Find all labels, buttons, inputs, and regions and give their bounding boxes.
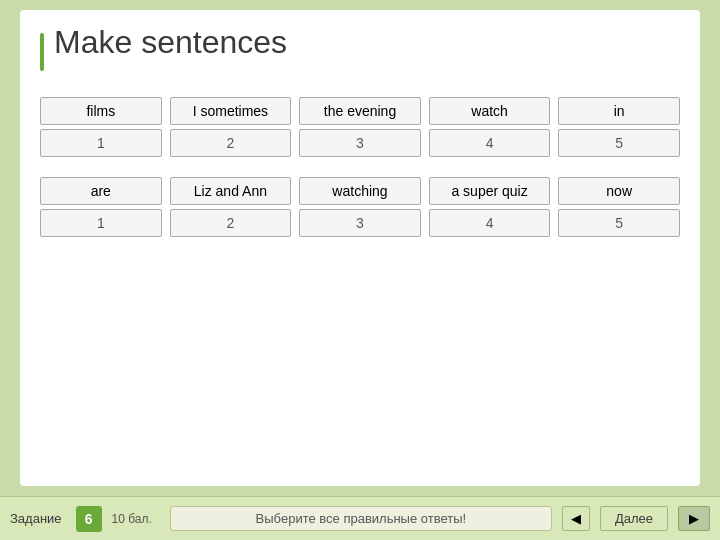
next-arrow-icon: ▶ <box>689 511 699 526</box>
prev-button[interactable]: ◀ <box>562 506 590 531</box>
sentence1-section: films I sometimes the evening watch in 1… <box>40 97 680 167</box>
title-bar <box>40 33 44 71</box>
num-box-s2-5: 5 <box>558 209 680 237</box>
num-box-s1-4: 4 <box>429 129 551 157</box>
word-box-s2-4[interactable]: a super quiz <box>429 177 551 205</box>
num-box-s1-1: 1 <box>40 129 162 157</box>
content-area: Make sentences films I sometimes the eve… <box>0 0 720 496</box>
word-box-s1-2[interactable]: I sometimes <box>170 97 292 125</box>
num-box-s2-1: 1 <box>40 209 162 237</box>
task-number-badge: 6 <box>76 506 102 532</box>
prev-arrow-icon: ◀ <box>571 511 581 526</box>
num-box-s2-3: 3 <box>299 209 421 237</box>
sentence2-section: are Liz and Ann watching a super quiz no… <box>40 177 680 247</box>
footer-bar: Задание 6 10 бал. Выберите все правильны… <box>0 496 720 540</box>
zadanie-label: Задание <box>10 511 62 526</box>
word-box-s1-4[interactable]: watch <box>429 97 551 125</box>
white-card: Make sentences films I sometimes the eve… <box>20 10 700 486</box>
word-box-s1-1[interactable]: films <box>40 97 162 125</box>
page-title: Make sentences <box>54 24 287 61</box>
footer-message: Выберите все правильные ответы! <box>170 506 552 531</box>
word-box-s2-2[interactable]: Liz and Ann <box>170 177 292 205</box>
points-label: 10 бал. <box>112 512 152 526</box>
word-box-s2-5[interactable]: now <box>558 177 680 205</box>
next-button[interactable]: ▶ <box>678 506 710 531</box>
word-box-s1-3[interactable]: the evening <box>299 97 421 125</box>
word-box-s2-3[interactable]: watching <box>299 177 421 205</box>
word-box-s2-1[interactable]: are <box>40 177 162 205</box>
num-box-s1-2: 2 <box>170 129 292 157</box>
sentence2-number-row: 1 2 3 4 5 <box>40 209 680 237</box>
num-box-s1-3: 3 <box>299 129 421 157</box>
num-box-s2-4: 4 <box>429 209 551 237</box>
main-container: Make sentences films I sometimes the eve… <box>0 0 720 540</box>
word-box-s1-5[interactable]: in <box>558 97 680 125</box>
num-box-s1-5: 5 <box>558 129 680 157</box>
dalee-button[interactable]: Далее <box>600 506 668 531</box>
sentence2-word-row: are Liz and Ann watching a super quiz no… <box>40 177 680 205</box>
sentence1-word-row: films I sometimes the evening watch in <box>40 97 680 125</box>
sentence1-number-row: 1 2 3 4 5 <box>40 129 680 157</box>
num-box-s2-2: 2 <box>170 209 292 237</box>
